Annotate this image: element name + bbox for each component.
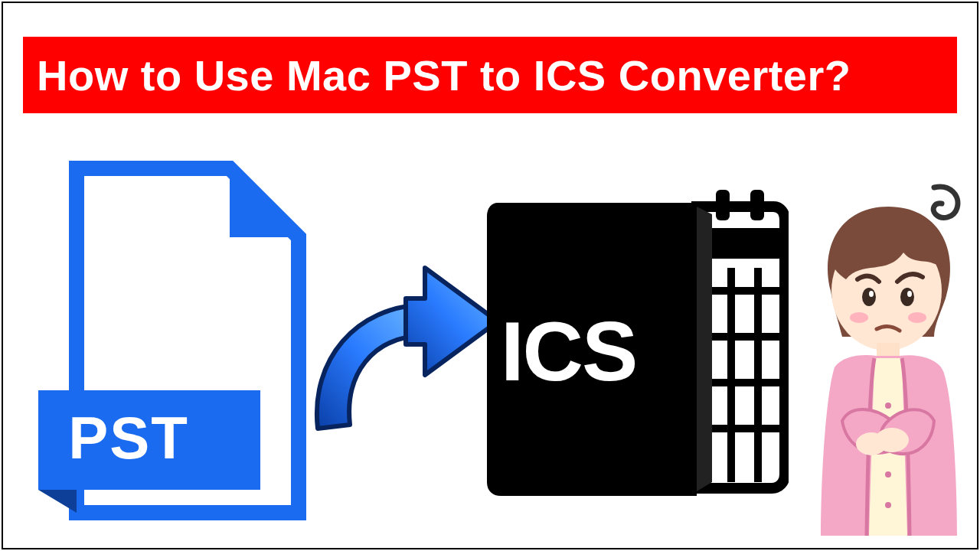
svg-marker-1 [230, 168, 299, 237]
title-banner: How to Use Mac PST to ICS Converter? [23, 37, 957, 113]
svg-rect-7 [704, 228, 781, 259]
svg-point-25 [856, 432, 887, 455]
page-title: How to Use Mac PST to ICS Converter? [37, 51, 851, 100]
svg-rect-6 [750, 190, 764, 220]
ics-label: ICS [501, 302, 636, 399]
svg-point-19 [869, 291, 874, 297]
illustration-stage: PST [0, 153, 980, 551]
svg-point-21 [850, 312, 868, 323]
svg-point-28 [885, 502, 891, 508]
svg-rect-5 [716, 190, 730, 220]
confused-person-icon [789, 176, 972, 536]
svg-point-22 [908, 312, 926, 323]
svg-point-18 [900, 288, 914, 306]
arrow-icon [302, 253, 501, 436]
svg-point-27 [885, 471, 891, 478]
svg-point-26 [885, 403, 891, 409]
svg-marker-3 [38, 490, 77, 513]
svg-point-20 [907, 291, 912, 297]
svg-point-17 [862, 288, 876, 306]
pst-label: PST [41, 399, 217, 476]
